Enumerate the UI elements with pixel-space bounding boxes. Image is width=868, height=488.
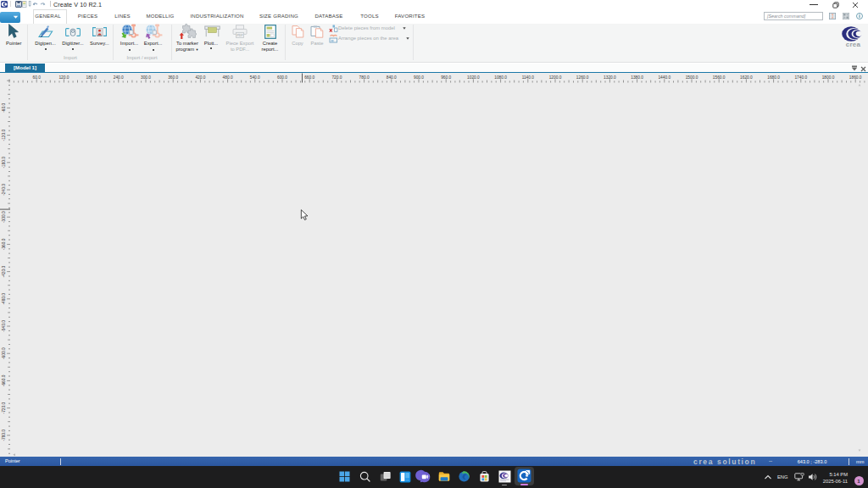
svg-text:480.0: 480.0 — [223, 75, 233, 80]
svg-text:-600.0: -600.0 — [2, 347, 6, 359]
svg-text:-720.0: -720.0 — [2, 402, 6, 414]
svg-text:1560.0: 1560.0 — [713, 75, 726, 80]
svg-text:1440.0: 1440.0 — [658, 75, 670, 80]
svg-text:840.0: 840.0 — [387, 75, 397, 80]
svg-text:600.0: 600.0 — [277, 75, 287, 80]
svg-text:120.0: 120.0 — [58, 75, 69, 80]
svg-text:-420.0: -420.0 — [2, 266, 6, 278]
svg-text:1620.0: 1620.0 — [740, 75, 753, 80]
svg-text:1200.0: 1200.0 — [549, 75, 562, 80]
svg-text:-240.0: -240.0 — [2, 184, 6, 196]
svg-text:420.0: 420.0 — [195, 75, 205, 80]
svg-text:720.0: 720.0 — [331, 75, 342, 80]
svg-text:-60.0: -60.0 — [2, 103, 6, 113]
svg-text:540.0: 540.0 — [250, 75, 260, 80]
svg-text:-780.0: -780.0 — [2, 430, 6, 441]
svg-text:1020.0: 1020.0 — [467, 75, 480, 80]
svg-text:1080.0: 1080.0 — [494, 75, 507, 80]
svg-text:1500.0: 1500.0 — [686, 75, 698, 80]
svg-text:300.0: 300.0 — [141, 75, 151, 80]
svg-text:-300.0: -300.0 — [2, 211, 6, 223]
svg-text:1260.0: 1260.0 — [576, 75, 589, 80]
svg-text:60.0: 60.0 — [33, 75, 42, 80]
svg-text:-480.0: -480.0 — [2, 293, 6, 305]
svg-text:1680.0: 1680.0 — [767, 75, 780, 80]
svg-text:960.0: 960.0 — [441, 75, 451, 80]
svg-text:360.0: 360.0 — [168, 75, 178, 80]
svg-text:-660.0: -660.0 — [2, 375, 6, 387]
svg-text:-120.0: -120.0 — [2, 130, 6, 141]
svg-text:-540.0: -540.0 — [2, 320, 6, 332]
svg-text:1320.0: 1320.0 — [604, 75, 616, 80]
svg-text:-360.0: -360.0 — [2, 239, 6, 251]
svg-text:900.0: 900.0 — [414, 75, 424, 80]
svg-text:180.0: 180.0 — [86, 75, 97, 80]
svg-text:1380.0: 1380.0 — [631, 75, 643, 80]
svg-text:240.0: 240.0 — [114, 75, 124, 80]
svg-text:1140.0: 1140.0 — [522, 75, 535, 80]
svg-text:780.0: 780.0 — [359, 75, 370, 80]
svg-text:1740.0: 1740.0 — [794, 75, 807, 80]
svg-text:1800.0: 1800.0 — [822, 75, 835, 80]
svg-text:1860.0: 1860.0 — [849, 75, 862, 80]
svg-text:PDF: PDF — [236, 33, 243, 36]
svg-text:crea: crea — [845, 40, 860, 47]
svg-text:-180.0: -180.0 — [2, 157, 6, 169]
svg-text:660.0: 660.0 — [304, 75, 314, 80]
